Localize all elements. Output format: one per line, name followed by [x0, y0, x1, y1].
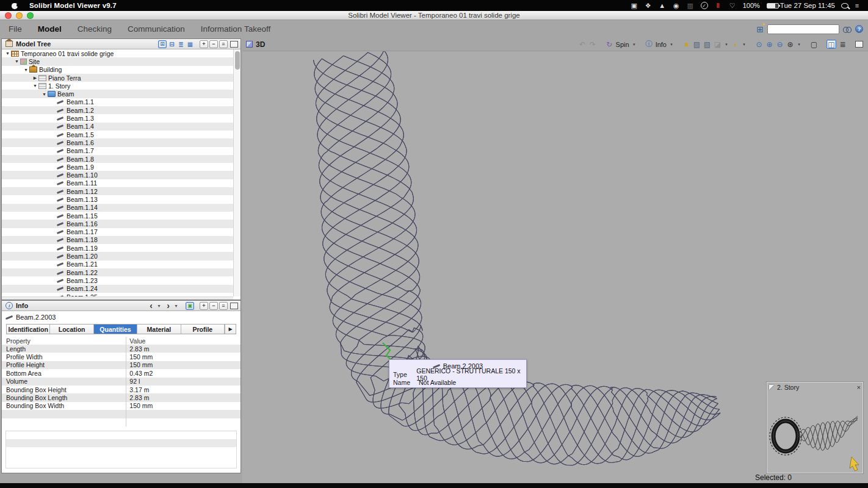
menubar-app-name[interactable]: Solibri Model Viewer v9.7: [29, 2, 117, 9]
column-property[interactable]: Property: [2, 337, 126, 345]
maximize-icon[interactable]: [230, 303, 238, 309]
disclosure-arrow-icon[interactable]: [23, 68, 29, 72]
tree-item[interactable]: Beam.1.12: [2, 187, 233, 195]
disclosure-arrow-icon[interactable]: [41, 92, 48, 96]
spin-label[interactable]: Spin: [616, 41, 629, 48]
hidden-line-view-icon[interactable]: ▨: [703, 40, 711, 49]
zoom-select-icon[interactable]: ⊙: [755, 40, 763, 49]
zoom-menu-icon[interactable]: ▾: [797, 42, 801, 47]
clip-box-icon[interactable]: ▢: [810, 40, 818, 49]
search-input[interactable]: [767, 24, 839, 34]
disclosure-arrow-icon[interactable]: [32, 84, 38, 88]
tree-item[interactable]: Beam.1.18: [2, 236, 233, 244]
undo-icon[interactable]: ↶: [579, 40, 587, 49]
disclosure-arrow-icon[interactable]: [32, 76, 38, 81]
list-mode-icon[interactable]: ≡: [219, 40, 228, 48]
story-preview-panel[interactable]: 2. Story ×: [767, 382, 863, 473]
back-menu-icon[interactable]: ▾: [155, 302, 163, 310]
new-window-icon[interactable]: ⊞: [756, 24, 764, 34]
report-icon[interactable]: ▣: [186, 302, 194, 310]
info-menu-icon[interactable]: ▾: [669, 42, 674, 47]
menu-item[interactable]: Information Takeoff: [201, 24, 270, 34]
fit-view-icon[interactable]: ◫: [826, 40, 836, 49]
solid-view-icon[interactable]: ■: [682, 40, 690, 49]
tree-item[interactable]: Beam.1.4: [2, 123, 233, 131]
tree-item[interactable]: Beam.1.16: [2, 220, 233, 228]
tree-item[interactable]: Beam.1.9: [2, 163, 233, 171]
close-icon[interactable]: ×: [857, 384, 861, 390]
tree-hierarchy-icon[interactable]: ⊞: [158, 40, 167, 48]
gdrive-icon[interactable]: ▲: [659, 2, 666, 9]
tree-item[interactable]: Beam.1.23: [2, 276, 233, 284]
maximize-icon[interactable]: [855, 41, 863, 48]
zoom-in-icon[interactable]: ⊕: [765, 40, 773, 49]
spin-icon[interactable]: ↻: [606, 40, 613, 49]
tree-item[interactable]: Building: [2, 66, 233, 74]
dropbox-icon[interactable]: ❖: [645, 2, 652, 10]
model-tree-hscrollbar[interactable]: [2, 296, 233, 300]
apple-menu-icon[interactable]: [11, 2, 18, 9]
help-icon[interactable]: ?: [855, 25, 863, 33]
more-tabs-button[interactable]: ▶: [225, 325, 236, 334]
tree-item[interactable]: Beam.1.6: [2, 138, 233, 146]
layers-icon[interactable]: ≣: [177, 40, 185, 48]
walk-menu-icon[interactable]: ▾: [742, 42, 747, 47]
tree-item[interactable]: Beam.1.14: [2, 204, 233, 212]
scrollbar-thumb[interactable]: [235, 51, 240, 70]
collapse-all-icon[interactable]: −: [209, 40, 218, 48]
zoom-out-icon[interactable]: ⊖: [776, 40, 784, 49]
viewport-3d[interactable]: 3D ↶↷↻Spin▾ⓘInfo▾■▧▨◪▾◖▾⊙⊕⊖⊛▾▢◫≣ Beam.2.…: [242, 38, 868, 483]
forward-menu-icon[interactable]: ▾: [172, 302, 180, 310]
menu-item[interactable]: File: [9, 24, 22, 34]
spotlight-search-icon[interactable]: [841, 3, 848, 9]
menu-item[interactable]: Checking: [78, 24, 112, 34]
launcher-icon[interactable]: ◉: [673, 2, 680, 10]
battery-icon[interactable]: [767, 3, 779, 9]
disclosure-arrow-icon[interactable]: [13, 59, 20, 63]
section-icon[interactable]: ◪: [714, 40, 722, 49]
info-tab[interactable]: Location: [50, 325, 93, 334]
menu-item[interactable]: Communication: [128, 24, 185, 34]
pause-icon[interactable]: ‖: [715, 2, 722, 9]
tree-item[interactable]: 1. Story: [2, 82, 233, 90]
collapse-all-icon[interactable]: −: [209, 302, 218, 310]
zoom-key-icon[interactable]: ⊛: [786, 40, 794, 49]
panel-header-icon[interactable]: [181, 302, 184, 310]
tree-item[interactable]: Beam.1.19: [2, 244, 233, 252]
menu-item[interactable]: Model: [38, 24, 62, 34]
tree-item[interactable]: Beam.1.11: [2, 179, 233, 187]
panel-header-icon[interactable]: [195, 40, 198, 48]
info-label[interactable]: Info: [656, 41, 667, 48]
tree-item[interactable]: Beam.1.10: [2, 171, 233, 179]
expand-all-icon[interactable]: +: [200, 40, 208, 48]
list-mode-icon[interactable]: ≡: [219, 302, 228, 310]
menubar-clock[interactable]: Tue 27 Sep 11:45: [780, 2, 835, 9]
battery-percent[interactable]: 100%: [743, 2, 760, 9]
column-value[interactable]: Value: [126, 337, 241, 345]
info-tab[interactable]: Quantities: [94, 325, 137, 334]
back-icon[interactable]: ‹: [147, 302, 155, 310]
resize-triangle-icon[interactable]: [769, 385, 774, 390]
tree-item[interactable]: Beam.1.7: [2, 147, 233, 155]
model-tree-scrollbar[interactable]: [233, 49, 241, 296]
tree-item[interactable]: Beam.1.20: [2, 252, 233, 260]
tree-item[interactable]: Beam: [2, 90, 233, 98]
tree-item[interactable]: Beam.1.2: [2, 106, 233, 114]
grid-view-icon[interactable]: ▦: [186, 40, 194, 48]
info-mode-icon[interactable]: ⓘ: [645, 39, 653, 49]
forward-icon[interactable]: ›: [164, 302, 172, 310]
tree-flat-icon[interactable]: ⊟: [168, 40, 176, 48]
maximize-icon[interactable]: [230, 41, 238, 48]
disclosure-arrow-icon[interactable]: [4, 51, 11, 56]
spin-menu-icon[interactable]: ▾: [632, 42, 637, 47]
info-tab[interactable]: Material: [137, 325, 181, 334]
tree-item[interactable]: Beam.1.3: [2, 114, 233, 122]
tree-item[interactable]: Beam.1.17: [2, 228, 233, 236]
task-check-icon[interactable]: ✓: [701, 2, 708, 9]
wireframe-view-icon[interactable]: ▧: [693, 40, 701, 49]
walk-icon[interactable]: ◖: [731, 40, 739, 49]
tree-item[interactable]: Temporaneo 01 travi solide grige: [2, 49, 233, 57]
section-menu-icon[interactable]: ▾: [724, 42, 729, 47]
tree-item[interactable]: Piano Terra: [2, 74, 233, 82]
tree-item[interactable]: Beam.1.24: [2, 285, 233, 293]
